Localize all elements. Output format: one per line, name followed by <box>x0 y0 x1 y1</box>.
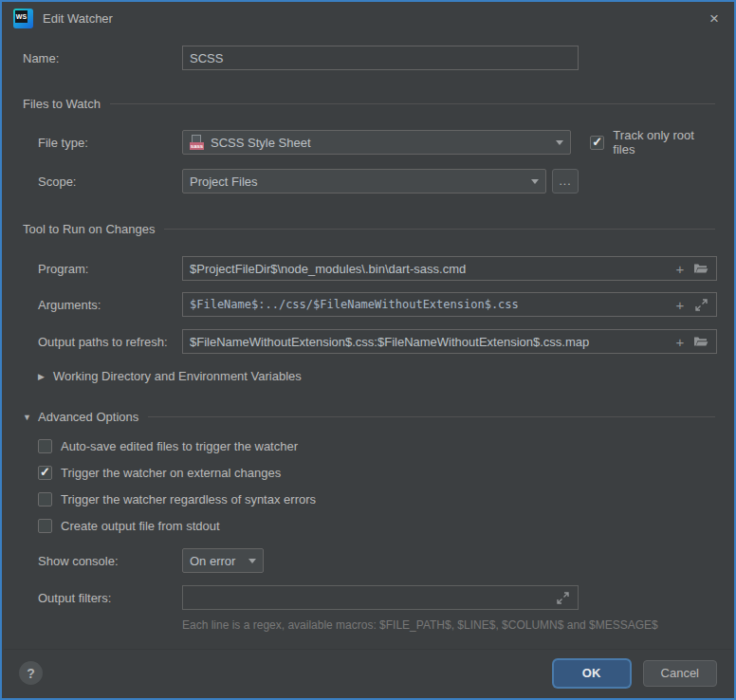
output-paths-input[interactable]: $FileNameWithoutExtension$.css:$FileName… <box>182 329 717 354</box>
output-filters-label: Output filters: <box>23 591 182 605</box>
section-separator <box>110 103 715 104</box>
show-console-row: Show console: On error <box>23 548 717 573</box>
close-icon[interactable]: × <box>706 9 723 28</box>
name-label: Name: <box>23 51 182 65</box>
name-value: SCSS <box>190 51 571 65</box>
insert-macro-icon[interactable]: + <box>672 260 689 277</box>
program-value: $ProjectFileDir$\node_modules\.bin\dart-… <box>190 262 668 276</box>
stdout-checkbox-row: Create output file from stdout <box>23 519 717 533</box>
output-filters-input[interactable] <box>182 585 579 610</box>
insert-macro-icon[interactable]: + <box>672 296 689 313</box>
autosave-checkbox[interactable]: Auto-save edited files to trigger the wa… <box>38 439 298 453</box>
working-directory-toggle[interactable]: ▶ Working Directory and Environment Vari… <box>23 369 717 383</box>
show-console-dropdown[interactable]: On error <box>182 548 264 573</box>
name-input[interactable]: SCSS <box>182 46 579 70</box>
dialog-title: Edit Watcher <box>43 11 113 26</box>
autosave-checkbox-row: Auto-save edited files to trigger the wa… <box>23 439 717 453</box>
output-paths-value: $FileNameWithoutExtension$.css:$FileName… <box>190 335 668 349</box>
checkbox-box <box>38 492 52 507</box>
scope-browse-button[interactable]: ... <box>552 169 579 193</box>
output-filters-row: Output filters: <box>23 585 717 610</box>
show-console-label: Show console: <box>23 554 182 568</box>
edit-watcher-dialog: WS Edit Watcher × Name: SCSS Files to Wa… <box>0 0 736 700</box>
syntax-errors-checkbox[interactable]: Trigger the watcher regardless of syntax… <box>38 492 316 507</box>
external-changes-checkbox[interactable]: Trigger the watcher on external changes <box>38 466 281 480</box>
checkbox-box <box>38 466 52 480</box>
webstorm-badge: WS <box>15 10 28 23</box>
show-console-value: On error <box>190 554 241 568</box>
browse-folder-icon[interactable] <box>692 333 709 350</box>
stdout-label: Create output file from stdout <box>61 519 220 533</box>
insert-macro-icon[interactable]: + <box>672 333 689 350</box>
output-filters-hint: Each line is a regex, available macros: … <box>182 618 717 632</box>
scope-row: Scope: Project Files ... <box>23 169 717 193</box>
scope-label: Scope: <box>23 175 182 189</box>
section-separator <box>148 416 715 417</box>
browse-folder-icon[interactable] <box>692 260 709 277</box>
files-to-watch-title: Files to Watch <box>23 97 101 111</box>
external-changes-label: Trigger the watcher on external changes <box>61 466 281 480</box>
webstorm-app-icon: WS <box>13 9 33 28</box>
expand-field-icon[interactable] <box>692 296 709 313</box>
autosave-label: Auto-save edited files to trigger the wa… <box>61 439 298 453</box>
file-type-row: File type: sass SCSS Style Sheet Track o… <box>23 128 717 157</box>
chevron-down-expanded-icon: ▼ <box>23 413 38 422</box>
stdout-checkbox[interactable]: Create output file from stdout <box>38 519 220 533</box>
advanced-options-section-header[interactable]: ▼ Advanced Options <box>23 410 717 424</box>
arguments-row: Arguments: $FileName$:../css/$FileNameWi… <box>23 292 717 317</box>
scss-file-icon: sass <box>190 135 204 150</box>
arguments-label: Arguments: <box>23 298 182 312</box>
program-label: Program: <box>23 262 182 276</box>
cancel-button[interactable]: Cancel <box>643 660 717 687</box>
chevron-right-icon: ▶ <box>38 372 53 381</box>
scope-value: Project Files <box>190 175 524 189</box>
chevron-down-icon <box>531 179 539 184</box>
dialog-titlebar: WS Edit Watcher × <box>2 2 734 34</box>
checkbox-box <box>590 136 604 150</box>
program-row: Program: $ProjectFileDir$\node_modules\.… <box>23 256 717 281</box>
syntax-errors-checkbox-row: Trigger the watcher regardless of syntax… <box>23 492 717 507</box>
syntax-errors-label: Trigger the watcher regardless of syntax… <box>61 492 316 507</box>
help-button[interactable]: ? <box>19 661 43 685</box>
advanced-options-title: Advanced Options <box>38 410 138 424</box>
file-type-label: File type: <box>23 136 182 150</box>
files-to-watch-section-header: Files to Watch <box>23 97 717 111</box>
expand-field-icon[interactable] <box>554 589 571 606</box>
dialog-footer: ? OK Cancel <box>4 649 732 696</box>
program-input[interactable]: $ProjectFileDir$\node_modules\.bin\dart-… <box>182 256 717 281</box>
checkbox-box <box>38 439 52 453</box>
track-only-root-files-checkbox[interactable]: Track only root files <box>590 128 717 157</box>
track-only-root-files-label: Track only root files <box>613 128 717 157</box>
chevron-down-icon <box>556 140 563 145</box>
arguments-input[interactable]: $FileName$:../css/$FileNameWithoutExtens… <box>182 292 717 317</box>
scope-dropdown[interactable]: Project Files <box>182 169 546 193</box>
arguments-value: $FileName$:../css/$FileNameWithoutExtens… <box>190 298 668 311</box>
ok-button[interactable]: OK <box>554 660 630 687</box>
chevron-down-icon <box>248 559 256 563</box>
file-type-dropdown[interactable]: sass SCSS Style Sheet <box>182 130 571 155</box>
tool-to-run-title: Tool to Run on Changes <box>23 222 155 236</box>
name-row: Name: SCSS <box>23 46 717 70</box>
external-changes-checkbox-row: Trigger the watcher on external changes <box>23 466 717 480</box>
output-paths-label: Output paths to refresh: <box>23 335 182 349</box>
tool-to-run-section-header: Tool to Run on Changes <box>23 222 717 236</box>
output-paths-row: Output paths to refresh: $FileNameWithou… <box>23 329 717 354</box>
file-type-value: SCSS Style Sheet <box>211 136 311 150</box>
working-directory-label: Working Directory and Environment Variab… <box>53 369 302 383</box>
checkbox-box <box>38 519 52 533</box>
section-separator <box>164 229 715 230</box>
